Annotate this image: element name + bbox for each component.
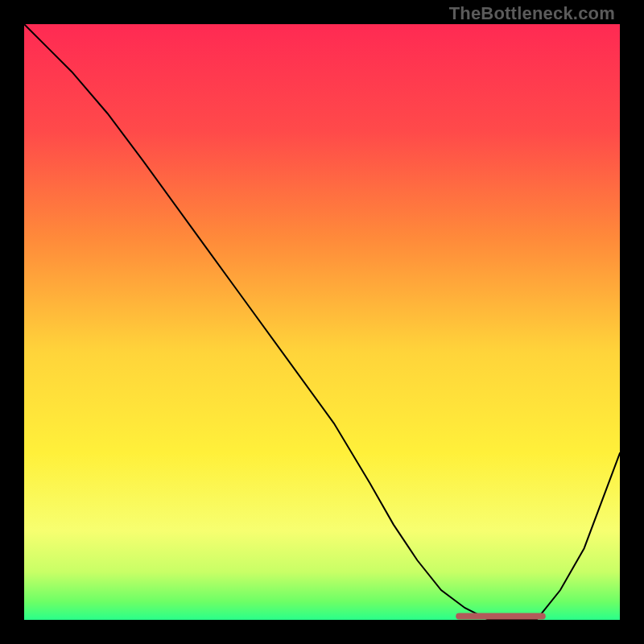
watermark-text: TheBottleneck.com	[449, 3, 615, 24]
chart-curve-layer	[24, 24, 620, 620]
chart-frame	[24, 24, 620, 620]
bottleneck-curve	[24, 24, 620, 620]
